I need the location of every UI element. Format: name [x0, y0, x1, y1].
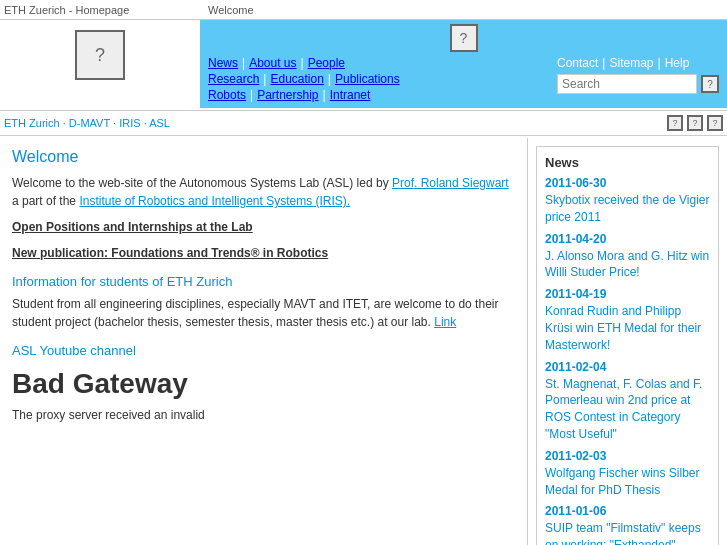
news-box: News 2011-06-30 Skybotix received the de… [536, 146, 719, 545]
news-date-1: 2011-04-20 [545, 232, 710, 246]
bad-gateway-title: Bad Gateway [12, 368, 515, 400]
eth-logo: ? [75, 30, 125, 80]
nav-sitemap[interactable]: Sitemap [609, 56, 653, 70]
page-title: ETH Zuerich - Homepage [0, 4, 200, 16]
news-item-5[interactable]: SUIP team "Filmstativ" keeps on working:… [545, 520, 710, 545]
nav-education[interactable]: Education [270, 72, 323, 86]
student-heading: Information for students of ETH Zurich [12, 274, 515, 289]
welcome-text: Welcome [200, 4, 727, 16]
utility-icon-2[interactable]: ? [687, 115, 703, 131]
breadcrumb-iris[interactable]: IRIS [119, 117, 140, 129]
utility-icon-3[interactable]: ? [707, 115, 723, 131]
news-date-3: 2011-02-04 [545, 360, 710, 374]
news-item-3[interactable]: St. Magnenat, F. Colas and F. Pomerleau … [545, 376, 710, 443]
nav-intranet[interactable]: Intranet [330, 88, 371, 102]
breadcrumb-asl[interactable]: ASL [149, 117, 170, 129]
intro-paragraph: Welcome to the web-site of the Autonomou… [12, 174, 515, 210]
nav-about[interactable]: About us [249, 56, 296, 70]
right-nav: Contact | Sitemap | Help ? [557, 56, 719, 94]
nav-people[interactable]: People [308, 56, 345, 70]
publication-link[interactable]: New publication: Foundations and Trends®… [12, 246, 328, 260]
open-positions-link[interactable]: Open Positions and Internships at the La… [12, 220, 253, 234]
main-heading: Welcome [12, 148, 515, 166]
nav-partnership[interactable]: Partnership [257, 88, 318, 102]
student-text: Student from all engineering disciplines… [12, 295, 515, 331]
bad-gateway-text: The proxy server received an invalid [12, 406, 515, 424]
search-button[interactable]: ? [701, 75, 719, 93]
news-item-4[interactable]: Wolfgang Fischer wins Silber Medal for P… [545, 465, 710, 499]
prof-link[interactable]: Prof. Roland Siegwart [392, 176, 509, 190]
iris-link[interactable]: Institute of Robotics and Intelligent Sy… [79, 194, 350, 208]
news-item-1[interactable]: J. Alonso Mora and G. Hitz win Willi Stu… [545, 248, 710, 282]
news-date-5: 2011-01-06 [545, 504, 710, 518]
news-date-2: 2011-04-19 [545, 287, 710, 301]
search-input[interactable] [557, 74, 697, 94]
news-date-4: 2011-02-03 [545, 449, 710, 463]
breadcrumb-eth[interactable]: ETH Zurich [4, 117, 60, 129]
nav-robots[interactable]: Robots [208, 88, 246, 102]
news-item-0[interactable]: Skybotix received the de Vigier price 20… [545, 192, 710, 226]
breadcrumb: ETH Zurich · D-MAVT · IRIS · ASL [4, 117, 170, 129]
nav-help[interactable]: Help [665, 56, 690, 70]
eth-banner-logo: ? [450, 24, 478, 52]
news-date-0: 2011-06-30 [545, 176, 710, 190]
utility-icons: ? ? ? [667, 115, 723, 131]
news-items: 2011-06-30 Skybotix received the de Vigi… [545, 176, 710, 545]
news-item-2[interactable]: Konrad Rudin and Philipp Krüsi win ETH M… [545, 303, 710, 353]
nav-research[interactable]: Research [208, 72, 259, 86]
breadcrumb-dmavt[interactable]: D-MAVT [69, 117, 110, 129]
left-nav: News | About us | People Research | Educ… [208, 56, 400, 102]
youtube-heading: ASL Youtube channel [12, 343, 515, 358]
utility-icon-1[interactable]: ? [667, 115, 683, 131]
nav-news[interactable]: News [208, 56, 238, 70]
nav-contact[interactable]: Contact [557, 56, 598, 70]
student-link[interactable]: Link [434, 315, 456, 329]
news-title: News [545, 155, 710, 170]
nav-publications[interactable]: Publications [335, 72, 400, 86]
